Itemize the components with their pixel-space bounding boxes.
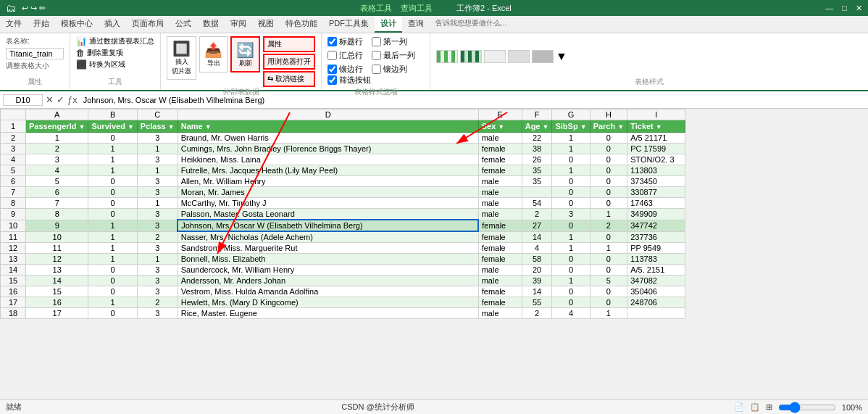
data-cell[interactable]: 1 <box>88 254 137 265</box>
data-cell[interactable]: male <box>478 265 522 276</box>
data-cell[interactable]: 5 <box>590 276 627 286</box>
data-cell[interactable]: 1 <box>552 231 590 243</box>
tab-pdf[interactable]: PDF工具集 <box>323 16 375 33</box>
data-cell[interactable]: Hewlett, Mrs. (Mary D Kingcome) <box>178 297 478 308</box>
data-cell[interactable]: 0 <box>552 176 590 187</box>
data-cell[interactable]: 13 <box>26 265 88 276</box>
data-cell[interactable]: 0 <box>552 265 590 276</box>
data-cell[interactable]: Futrelle, Mrs. Jacques Heath (Lily May P… <box>178 165 478 176</box>
data-cell[interactable]: 54 <box>522 198 552 209</box>
filter-name-icon[interactable]: ▼ <box>205 123 212 131</box>
data-cell[interactable]: 3 <box>137 209 178 220</box>
filter-parch-icon[interactable]: ▼ <box>617 123 624 131</box>
filter-passengerid-icon[interactable]: ▼ <box>78 123 85 131</box>
cell-reference[interactable]: D10 <box>3 94 43 106</box>
data-cell[interactable]: 4 <box>522 243 552 254</box>
data-cell[interactable]: 1 <box>552 133 590 144</box>
data-cell[interactable]: 0 <box>590 176 627 187</box>
data-cell[interactable]: 0 <box>88 276 137 286</box>
data-cell[interactable]: 22 <box>522 133 552 144</box>
filter-pclass-icon[interactable]: ▼ <box>168 123 175 131</box>
data-cell[interactable]: Moran, Mr. James <box>178 187 478 198</box>
data-cell[interactable]: 347742 <box>627 220 685 231</box>
data-cell[interactable]: 27 <box>522 220 552 231</box>
data-cell[interactable]: Heikkinen, Miss. Laina <box>178 154 478 165</box>
data-cell[interactable]: 39 <box>522 276 552 286</box>
data-cell[interactable]: 0 <box>88 286 137 297</box>
data-cell[interactable]: male <box>478 187 522 198</box>
data-cell[interactable]: 349909 <box>627 209 685 220</box>
data-cell[interactable]: STON/O2. 3 <box>627 154 685 165</box>
data-cell[interactable]: female <box>478 144 522 154</box>
open-browser-btn[interactable]: 用浏览器打开 <box>263 54 315 70</box>
page-break-icon[interactable]: ⊞ <box>766 402 772 412</box>
data-cell[interactable]: Nasser, Mrs. Nicholas (Adele Achem) <box>178 231 478 243</box>
data-cell[interactable]: PC 17599 <box>627 144 685 154</box>
data-cell[interactable]: 0 <box>88 176 137 187</box>
data-cell[interactable]: Sandstrom, Miss. Marguerite Rut <box>178 243 478 254</box>
data-cell[interactable]: Vestrom, Miss. Hulda Amanda Adolfina <box>178 286 478 297</box>
data-cell[interactable]: 0 <box>552 154 590 165</box>
data-cell[interactable]: 8 <box>26 209 88 220</box>
tab-help[interactable]: 告诉我您想要做什么... <box>430 16 512 33</box>
data-cell[interactable]: 0 <box>552 187 590 198</box>
total-row-check[interactable]: 汇总行 <box>327 50 363 61</box>
data-cell[interactable]: 9 <box>26 220 88 231</box>
data-cell[interactable]: 15 <box>26 286 88 297</box>
data-cell[interactable]: 2 <box>26 144 88 154</box>
data-cell[interactable]: 12 <box>26 254 88 265</box>
tab-home[interactable]: 开始 <box>28 16 55 33</box>
data-cell[interactable]: 3 <box>137 243 178 254</box>
data-cell[interactable]: 0 <box>590 165 627 176</box>
data-cell[interactable]: 1 <box>137 165 178 176</box>
data-cell[interactable]: 1 <box>88 154 137 165</box>
data-cell[interactable]: Johnson, Mrs. Oscar W (Elisabeth Vilhelm… <box>178 220 478 231</box>
data-cell[interactable]: 55 <box>522 297 552 308</box>
banded-rows-check[interactable]: 镶边行 <box>327 64 363 75</box>
remove-duplicates-btn[interactable]: 🗑 删除重复项 <box>76 48 154 58</box>
data-cell[interactable]: 17 <box>26 308 88 319</box>
data-cell[interactable]: 347082 <box>627 276 685 286</box>
data-cell[interactable]: female <box>478 243 522 254</box>
filter-age-icon[interactable]: ▼ <box>543 123 549 131</box>
data-cell[interactable]: 1 <box>88 231 137 243</box>
cancel-link-btn[interactable]: ⇆ 取消链接 <box>263 71 315 87</box>
data-cell[interactable]: 0 <box>552 297 590 308</box>
page-layout-icon[interactable]: 📋 <box>750 402 760 412</box>
data-cell[interactable]: 1 <box>88 220 137 231</box>
filter-ticket-icon[interactable]: ▼ <box>656 123 662 131</box>
formula-input[interactable]: Johnson, Mrs. Oscar W (Elisabeth Vilhelm… <box>80 95 865 105</box>
last-col-check[interactable]: 最后一列 <box>372 50 415 61</box>
data-cell[interactable]: 0 <box>88 187 137 198</box>
data-cell[interactable]: 0 <box>590 154 627 165</box>
style-swatch-3[interactable] <box>484 50 506 63</box>
data-cell[interactable]: 0 <box>590 144 627 154</box>
header-row-check[interactable]: 标题行 <box>327 36 363 47</box>
data-cell[interactable]: 5 <box>26 176 88 187</box>
data-cell[interactable]: McCarthy, Mr. Timothy J <box>178 198 478 209</box>
data-cell[interactable]: 0 <box>590 297 627 308</box>
data-cell[interactable]: 0 <box>552 220 590 231</box>
tab-formula[interactable]: 公式 <box>170 16 197 33</box>
data-cell[interactable]: 0 <box>88 133 137 144</box>
convert-range-btn[interactable]: ⬛ 转换为区域 <box>76 59 154 70</box>
data-cell[interactable]: Cumings, Mrs. John Bradley (Florence Bri… <box>178 144 478 154</box>
data-cell[interactable]: Rice, Master. Eugene <box>178 308 478 319</box>
data-cell[interactable]: Bonnell, Miss. Elizabeth <box>178 254 478 265</box>
filter-survived-icon[interactable]: ▼ <box>128 123 134 131</box>
data-cell[interactable]: 6 <box>26 187 88 198</box>
data-cell[interactable]: PP 9549 <box>627 243 685 254</box>
data-cell[interactable]: 1 <box>590 308 627 319</box>
tab-view[interactable]: 视图 <box>252 16 280 33</box>
normal-view-icon[interactable]: 📄 <box>734 402 744 412</box>
data-cell[interactable]: 0 <box>552 198 590 209</box>
data-cell[interactable]: female <box>478 165 522 176</box>
data-cell[interactable]: 14 <box>522 231 552 243</box>
data-cell[interactable]: female <box>478 286 522 297</box>
data-cell[interactable]: 0 <box>590 286 627 297</box>
data-cell[interactable]: 3 <box>552 209 590 220</box>
data-cell[interactable]: female <box>478 231 522 243</box>
tab-data[interactable]: 数据 <box>197 16 225 33</box>
data-cell[interactable]: 20 <box>522 265 552 276</box>
data-cell[interactable]: 3 <box>137 220 178 231</box>
